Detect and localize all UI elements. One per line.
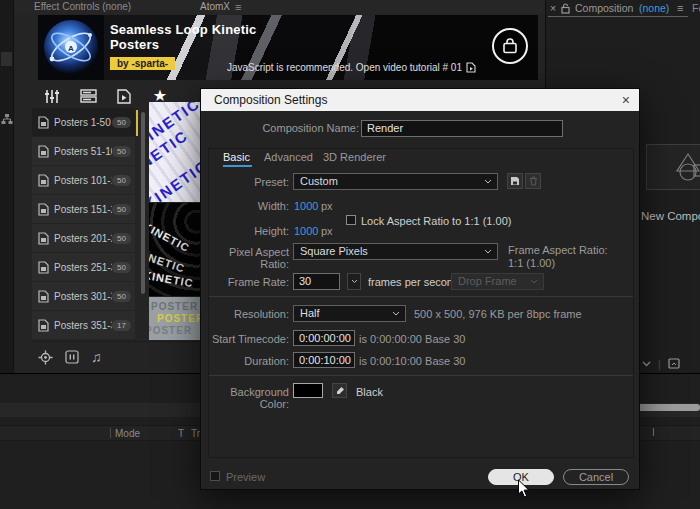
start-timecode-label: Start Timecode: <box>209 333 289 345</box>
cancel-button[interactable]: Cancel <box>563 469 629 485</box>
lock-aspect-checkbox[interactable] <box>346 215 356 225</box>
atomx-logo: A <box>38 15 104 80</box>
viewer-toolbar: | <box>642 355 700 372</box>
snapshot-icon[interactable] <box>668 358 680 369</box>
poster-list-item[interactable]: Posters 151-200 50 <box>32 195 135 224</box>
svg-text:A: A <box>68 44 74 53</box>
section-divider <box>209 296 633 297</box>
list-scrollbar[interactable] <box>141 112 145 294</box>
width-value[interactable]: 1000 <box>294 200 318 212</box>
lock-icon[interactable] <box>561 3 570 14</box>
start-timecode-input[interactable]: 0:00:00:00 <box>293 330 355 346</box>
composition-name-input[interactable]: Render <box>361 120 563 137</box>
delete-preset-button[interactable] <box>525 173 541 189</box>
target-settings-icon[interactable] <box>38 350 53 365</box>
filters-sliders-icon[interactable] <box>42 87 62 105</box>
preset-label: Preset: <box>209 176 289 188</box>
frame-rate-input[interactable]: 30 <box>293 273 340 290</box>
poster-list-label: Posters 51-100 <box>54 146 112 157</box>
tab-composition-state: (none) <box>639 2 669 14</box>
poster-count-badge: 50 <box>112 146 131 157</box>
ae-file-icon <box>38 174 49 187</box>
height-value[interactable]: 1000 <box>294 225 318 237</box>
flowchart-icon[interactable] <box>1 113 13 127</box>
close-icon[interactable]: × <box>622 89 630 111</box>
poster-list-item[interactable]: Posters 351-367 17 <box>32 311 135 340</box>
tab-underline <box>548 16 688 17</box>
frame-aspect-label: Frame Aspect Ratio: <box>508 244 608 256</box>
tab-basic[interactable]: Basic <box>223 151 250 163</box>
atomx-banner: A Seamless Loop Kinetic Posters by -spar… <box>38 15 538 80</box>
poster-list-label: Posters 251-300 <box>54 262 112 273</box>
banner-note[interactable]: JavaScript is recommended. Open video tu… <box>227 62 476 73</box>
chevron-down-icon[interactable] <box>642 361 651 367</box>
ae-file-icon <box>38 203 49 216</box>
height-label: Height: <box>209 225 289 237</box>
ruler-tick <box>653 428 654 436</box>
tab-composition-label[interactable]: Composition <box>575 2 633 14</box>
dock-panel-chip[interactable] <box>1 52 12 66</box>
music-note-icon[interactable]: ♫ <box>91 349 102 365</box>
ae-file-icon <box>38 319 49 332</box>
video-file-icon[interactable] <box>114 87 134 105</box>
background-color-swatch[interactable] <box>293 383 323 398</box>
resolution-info: 500 x 500, 976 KB per 8bpc frame <box>414 308 582 320</box>
frame-rate-suffix: frames per second <box>368 276 459 288</box>
poster-list-item[interactable]: Posters 1-50 50 <box>32 108 135 137</box>
duration-input[interactable]: 0:00:10:00 <box>293 352 355 368</box>
selected-indicator <box>136 110 138 136</box>
pixel-aspect-label: Pixel Aspect Ratio: <box>201 246 289 270</box>
store-bag-icon[interactable] <box>492 28 528 64</box>
poster-list-item[interactable]: Posters 251-300 50 <box>32 253 135 282</box>
poster-list-item[interactable]: Posters 201-250 50 <box>32 224 135 253</box>
banner-title: Seamless Loop Kinetic Posters <box>110 22 257 52</box>
panel-menu-icon[interactable]: ≡ <box>235 1 241 13</box>
background-color-label: Background Color: <box>209 386 289 410</box>
poster-list-item[interactable]: Posters 51-100 50 <box>32 137 135 166</box>
ae-file-icon <box>38 232 49 245</box>
tab-advanced[interactable]: Advanced <box>264 151 313 163</box>
tab-3d-renderer[interactable]: 3D Renderer <box>323 151 386 163</box>
tab-atomx[interactable]: AtomX <box>200 1 230 12</box>
list-view-icon[interactable] <box>78 87 98 105</box>
mouse-cursor <box>517 479 531 501</box>
poster-list: Posters 1-50 50 Posters 51-100 50 Poster… <box>32 108 135 340</box>
frame-rate-label: Frame Rate: <box>209 276 289 288</box>
preview-label: Preview <box>226 471 265 483</box>
close-tab-icon[interactable]: × <box>550 2 556 14</box>
chevron-down-icon <box>484 179 492 184</box>
poster-count-badge: 50 <box>112 262 131 273</box>
poster-list-label: Posters 1-50 <box>54 117 112 128</box>
width-label: Width: <box>209 200 289 212</box>
column-t[interactable]: T <box>178 428 184 439</box>
video-doc-icon <box>466 62 476 73</box>
panel-menu-icon[interactable]: ≡ <box>677 2 683 14</box>
poster-list-label: Posters 101-150 <box>54 175 112 186</box>
timeline-scrollbar[interactable] <box>632 404 700 411</box>
dialog-title: Composition Settings <box>214 93 327 107</box>
pause-preview-icon[interactable] <box>65 350 79 364</box>
frame-rate-dropdown-button[interactable] <box>347 273 361 290</box>
poster-list-item[interactable]: Posters 101-150 50 <box>32 166 135 195</box>
poster-list-label: Posters 151-200 <box>54 204 112 215</box>
poster-list-label: Posters 201-250 <box>54 233 112 244</box>
column-trkmat[interactable]: Tr <box>191 428 200 439</box>
pixel-aspect-dropdown[interactable]: Square Pixels <box>293 243 498 260</box>
new-composition-shapes-icon <box>675 151 700 183</box>
poster-list-item[interactable]: Posters 301-350 50 <box>32 282 135 311</box>
poster-count-badge: 50 <box>112 291 131 302</box>
tab-effect-controls[interactable]: Effect Controls (none) <box>34 1 131 12</box>
column-mode[interactable]: Mode <box>115 428 140 439</box>
poster-count-badge: 50 <box>112 204 131 215</box>
new-composition-button[interactable] <box>646 144 700 190</box>
ae-file-icon <box>38 116 49 129</box>
save-preset-button[interactable] <box>507 173 523 189</box>
dialog-titlebar[interactable]: Composition Settings × <box>201 89 639 111</box>
preset-dropdown[interactable]: Custom <box>293 173 498 190</box>
preview-checkbox[interactable] <box>210 471 220 481</box>
eyedropper-button[interactable] <box>332 383 347 398</box>
ae-file-icon <box>38 261 49 274</box>
resolution-dropdown[interactable]: Half <box>293 305 406 322</box>
settings-content-box <box>208 148 634 458</box>
tab-partial[interactable]: Fo <box>692 2 700 14</box>
